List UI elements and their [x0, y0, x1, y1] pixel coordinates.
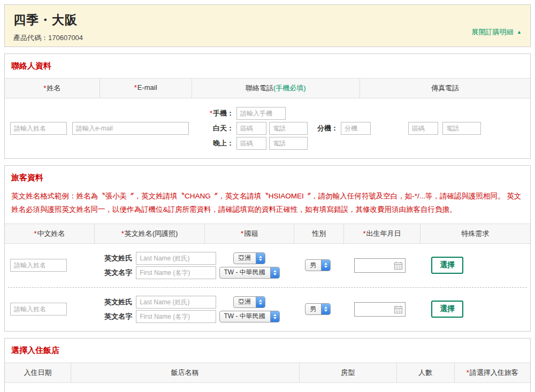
country-select[interactable]: TW - 中華民國	[219, 311, 280, 322]
expand-order-details-link[interactable]: 展開訂購明細 ▲	[471, 27, 522, 37]
gender-select[interactable]: 男	[305, 303, 331, 315]
night-area-code-input[interactable]	[236, 137, 266, 150]
passenger-col-cn-name-label: 中文姓名	[37, 229, 65, 237]
contact-email-cell	[72, 122, 202, 135]
night-label: 晚上：	[202, 139, 234, 148]
cn-name-cell	[9, 259, 97, 272]
last-name-row: 英文姓氏	[104, 296, 205, 309]
fax-area-code-input[interactable]	[408, 122, 438, 135]
contact-col-phone-label: 聯絡電話	[246, 84, 273, 92]
product-code-value: 170607004	[48, 34, 83, 42]
gender-select-value: 男	[305, 304, 321, 314]
country-select-value: TW - 中華民國	[220, 311, 270, 322]
required-mark: *	[121, 229, 124, 237]
contact-col-fax: 傳真電話	[360, 79, 530, 98]
last-name-input[interactable]	[136, 252, 216, 265]
special-needs-select-button[interactable]: 選擇	[431, 301, 463, 318]
special-needs-cell: 選擇	[417, 301, 526, 318]
contact-col-email-label: E-mail	[137, 83, 157, 91]
first-name-row: 英文名字	[104, 266, 205, 279]
contact-email-input[interactable]	[72, 122, 189, 135]
special-needs-select-button[interactable]: 選擇	[431, 257, 463, 274]
last-name-input[interactable]	[136, 296, 216, 309]
required-mark: *	[210, 109, 212, 117]
night-phone-input[interactable]	[269, 137, 308, 150]
mobile-label: *手機：	[202, 109, 234, 118]
mobile-input[interactable]	[236, 107, 286, 120]
order-form-page: 四季・大阪 產品代碼：170607004 展開訂購明細 ▲ 聯絡人資料 *姓名 …	[0, 0, 535, 392]
hotel-col-guests: *請選擇入住旅客	[454, 363, 530, 382]
cn-name-input[interactable]	[10, 303, 67, 316]
first-name-label: 英文名字	[104, 268, 132, 278]
passenger-section: 旅客資料 英文姓名格式範例：姓名為〝張小美〞，英文姓請填〝CHANG〞，英文名請…	[4, 165, 531, 332]
hotel-col-dates: 入住日期	[5, 363, 71, 382]
required-mark: *	[467, 368, 469, 376]
contact-fax-cell	[394, 122, 526, 135]
hotel-col-count-label: 人數	[418, 368, 432, 376]
passenger-col-en-name: *英文姓名(同護照)	[94, 224, 204, 243]
page-title: 四季・大阪	[13, 12, 522, 28]
contact-col-name: *姓名	[5, 79, 100, 98]
cn-name-cell	[9, 303, 97, 316]
passenger-col-birthday: *出生年月日	[343, 224, 419, 243]
contact-col-name-label: 姓名	[47, 84, 60, 92]
last-name-label: 英文姓氏	[104, 253, 132, 263]
en-name-cell: 英文姓氏 英文名字	[97, 250, 205, 281]
en-name-cell: 英文姓氏 英文名字	[97, 294, 205, 325]
passenger-col-cn-name: *中文姓名	[5, 224, 94, 243]
hotel-section: 選擇入住飯店 入住日期 飯店名稱 房型 人數 *請選擇入住旅客 2017-10-…	[4, 338, 531, 392]
select-arrows-icon	[321, 260, 330, 271]
first-name-input[interactable]	[136, 310, 216, 323]
day-area-code-input[interactable]	[236, 122, 266, 135]
night-phone-row: 晚上：	[202, 137, 394, 150]
region-select[interactable]: 亞洲	[233, 252, 265, 264]
mobile-label-text: 手機：	[213, 109, 234, 117]
hotel-section-title: 選擇入住飯店	[5, 339, 530, 363]
contact-name-input[interactable]	[10, 122, 67, 135]
birthday-input[interactable]	[354, 258, 406, 273]
birthday-input[interactable]	[354, 302, 406, 317]
required-mark: *	[363, 229, 366, 237]
product-code: 產品代碼：170607004	[13, 33, 522, 43]
contact-section: 聯絡人資料 *姓名 *E-mail 聯絡電話(手機必填) 傳真電話	[4, 53, 531, 159]
select-arrows-icon	[270, 267, 279, 278]
mobile-phone-row: *手機：	[202, 107, 394, 120]
collapse-arrow-icon: ▲	[517, 29, 522, 35]
passenger-col-gender: 性別	[294, 224, 343, 243]
passenger-col-en-name-label: 英文姓名(同護照)	[125, 229, 178, 237]
select-arrows-icon	[256, 297, 265, 308]
region-select[interactable]: 亞洲	[233, 296, 265, 308]
gender-select[interactable]: 男	[305, 259, 331, 271]
contact-form-row: *手機： 白天： 分機： 晚上：	[5, 98, 530, 158]
contact-col-phone-note: (手機必填)	[273, 84, 306, 92]
contact-col-fax-label: 傳真電話	[431, 84, 459, 92]
cn-name-input[interactable]	[10, 259, 67, 272]
extension-input[interactable]	[341, 122, 371, 135]
hotel-col-count: 人數	[396, 363, 454, 382]
contact-name-cell	[9, 122, 72, 135]
required-mark: *	[34, 229, 36, 237]
gender-cell: 男	[293, 303, 342, 315]
contact-section-title: 聯絡人資料	[5, 54, 530, 78]
contact-col-email: *E-mail	[100, 79, 192, 98]
required-mark: *	[43, 84, 46, 92]
select-arrows-icon	[270, 311, 279, 322]
calendar-icon	[394, 262, 402, 270]
select-arrows-icon	[321, 304, 330, 314]
hotel-col-name: 飯店名稱	[71, 363, 299, 382]
fax-phone-input[interactable]	[442, 122, 481, 135]
first-name-input[interactable]	[136, 266, 216, 279]
country-select[interactable]: TW - 中華民國	[219, 267, 280, 279]
region-select-value: 亞洲	[234, 253, 256, 264]
nationality-cell: 亞洲 TW - 中華民國	[205, 296, 293, 322]
passenger-row-1: 英文姓氏 英文名字 亞洲 TW - 中華民國	[5, 244, 530, 287]
day-phone-input[interactable]	[269, 122, 308, 135]
passenger-name-notice: 英文姓名格式範例：姓名為〝張小美〞，英文姓請填〝CHANG〞，英文名請填〝HSI…	[5, 190, 530, 224]
last-name-label: 英文姓氏	[104, 297, 132, 307]
birthday-cell	[342, 258, 417, 273]
hotel-col-room-label: 房型	[341, 368, 355, 376]
product-code-label: 產品代碼：	[13, 34, 48, 42]
nationality-cell: 亞洲 TW - 中華民國	[205, 252, 293, 279]
passenger-col-gender-label: 性別	[312, 229, 326, 237]
day-label: 白天：	[202, 124, 234, 133]
